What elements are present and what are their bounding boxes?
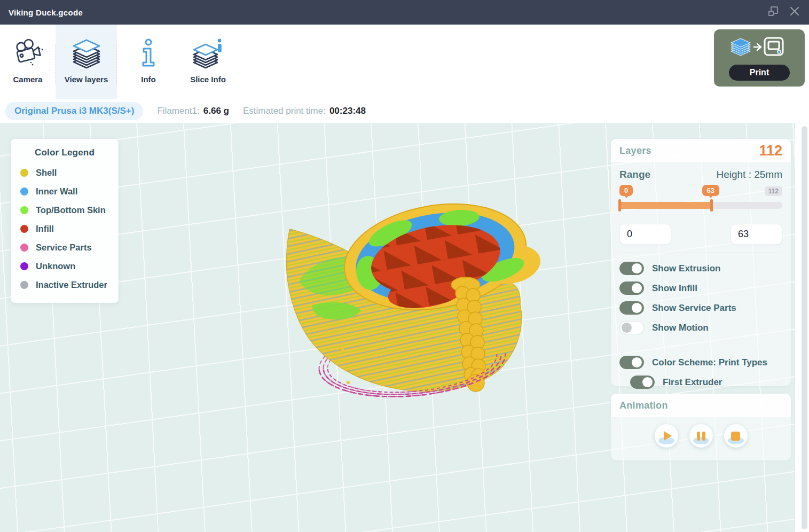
pause-button[interactable]	[689, 424, 713, 448]
slider-handle-to[interactable]	[710, 199, 713, 212]
panel-divider	[619, 253, 782, 253]
slider-to-badge: 63	[702, 185, 719, 196]
layer-count: 112	[759, 143, 782, 159]
slider-max-badge: 112	[765, 186, 782, 196]
toggle-row-show-infill: Show Infill	[619, 281, 782, 295]
animation-panel: Animation	[611, 394, 791, 460]
tab-slice-info-label: Slice Info	[190, 75, 226, 84]
title-bar: Viking Duck.gcode	[0, 0, 809, 25]
height-label: Height : 25mm	[716, 169, 782, 181]
legend-item-service-parts: Service Parts	[11, 238, 119, 257]
viewport-3d[interactable]: Color Legend Shell Inner Wall Top/Bottom…	[0, 123, 809, 532]
window-title: Viking Duck.gcode	[9, 8, 83, 17]
filament-label: Filament1:	[157, 106, 199, 116]
print-card: Print	[714, 29, 805, 87]
print-time-value: 00:23:48	[329, 106, 366, 116]
filament-value: 6.66 g	[203, 106, 229, 116]
print-button[interactable]: Print	[729, 65, 790, 81]
animation-panel-title: Animation	[619, 400, 668, 411]
skin-color-dot	[20, 206, 28, 214]
stop-icon	[731, 432, 740, 441]
legend-item-inactive-extruder: Inactive Extruder	[11, 276, 119, 294]
machine-name-badge: Original Prusa i3 MK3(S/S+)	[5, 102, 143, 120]
toggle-row-show-extrusion: Show Extrusion	[619, 261, 782, 276]
scrollbar-thumb[interactable]	[802, 126, 807, 529]
window-controls	[767, 6, 800, 18]
infill-color-dot	[20, 225, 28, 233]
inner-wall-color-dot	[20, 187, 28, 195]
legend-item-top-bottom-skin: Top/Bottom Skin	[11, 201, 119, 220]
legend-item-infill: Infill	[11, 220, 119, 238]
layers-panel-header: Layers 112	[611, 139, 791, 162]
application-window: Viking Duck.gcode	[0, 0, 809, 532]
play-button[interactable]	[655, 424, 678, 448]
info-icon	[139, 36, 158, 71]
layers-panel: Layers 112 Range Height : 25mm 0 63 112	[611, 139, 791, 386]
first-extruder-toggle[interactable]	[630, 375, 655, 389]
restore-icon	[768, 6, 779, 19]
legend-item-shell: Shell	[11, 163, 119, 182]
pause-icon	[697, 432, 705, 441]
tab-camera[interactable]: Camera	[0, 25, 56, 99]
toggle-row-show-service-parts: Show Service Parts	[619, 301, 782, 315]
layer-range-slider[interactable]	[619, 202, 782, 209]
layers-to-printer-icon	[731, 35, 788, 60]
slice-info-icon	[191, 36, 225, 71]
color-legend: Color Legend Shell Inner Wall Top/Bottom…	[11, 139, 119, 303]
show-service-parts-toggle[interactable]	[619, 301, 644, 315]
layers-panel-title: Layers	[619, 145, 651, 157]
camera-icon	[11, 36, 44, 71]
inactive-extruder-color-dot	[20, 281, 28, 289]
show-infill-toggle[interactable]	[619, 281, 644, 295]
tab-view-layers[interactable]: View layers	[56, 25, 117, 99]
tab-info[interactable]: Info	[117, 25, 180, 99]
stop-button[interactable]	[724, 424, 748, 448]
color-scheme-toggle[interactable]	[619, 356, 644, 369]
filament-stat: Filament1: 6.66 g	[157, 106, 229, 116]
tab-camera-label: Camera	[13, 75, 42, 84]
restore-window-button[interactable]	[767, 6, 779, 18]
play-icon	[664, 431, 672, 441]
tab-info-label: Info	[141, 75, 156, 84]
slider-handle-from[interactable]	[618, 199, 621, 212]
status-bar: Original Prusa i3 MK3(S/S+) Filament1: 6…	[0, 99, 809, 123]
legend-item-unknown: Unknown	[11, 257, 119, 276]
range-row: Range Height : 25mm	[619, 169, 782, 181]
slider-badges: 0 63 112	[619, 185, 782, 200]
toggle-row-show-motion: Show Motion	[619, 320, 782, 335]
color-legend-title: Color Legend	[11, 147, 119, 158]
range-to-input[interactable]	[731, 224, 782, 245]
toggle-row-color-scheme: Color Scheme: Print Types	[619, 355, 782, 370]
legend-item-inner-wall: Inner Wall	[11, 182, 119, 201]
toolbar: Camera View layers	[0, 25, 809, 99]
range-from-input[interactable]	[619, 224, 671, 245]
show-motion-toggle[interactable]	[619, 321, 644, 334]
show-extrusion-toggle[interactable]	[619, 262, 644, 275]
print-time-label: Estimated print time:	[243, 106, 326, 116]
unknown-color-dot	[20, 262, 28, 270]
slider-fill	[619, 202, 711, 209]
shell-color-dot	[20, 169, 28, 177]
range-label: Range	[619, 169, 650, 181]
scrollbar-track	[795, 123, 809, 532]
view-layers-icon	[70, 36, 103, 71]
animation-panel-header: Animation	[611, 394, 791, 417]
service-parts-color-dot	[20, 244, 28, 252]
slider-from-badge: 0	[619, 185, 633, 196]
close-window-button[interactable]	[789, 6, 800, 18]
close-icon	[790, 6, 799, 18]
tab-slice-info[interactable]: Slice Info	[180, 25, 236, 99]
print-time-stat: Estimated print time: 00:23:48	[243, 106, 366, 116]
tab-view-layers-label: View layers	[65, 75, 108, 84]
range-inputs	[619, 224, 782, 245]
toggle-row-first-extruder: First Extruder	[630, 375, 782, 389]
